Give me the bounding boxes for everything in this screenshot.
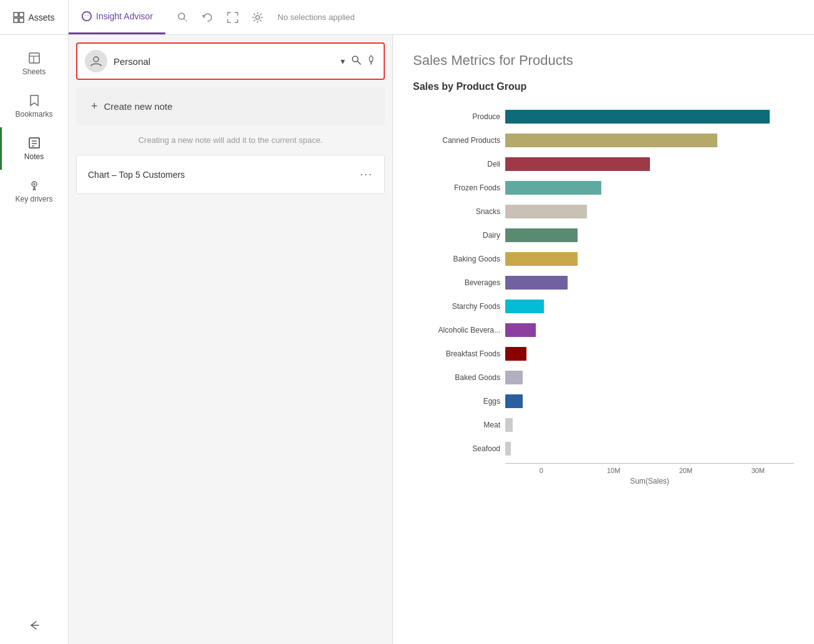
sheets-icon	[27, 51, 41, 65]
bar-row: Frozen Foods	[413, 176, 794, 200]
note-card-menu-button[interactable]: ···	[360, 168, 373, 181]
bar-row: Baking Goods	[413, 247, 794, 271]
settings-tool-btn[interactable]	[248, 7, 268, 27]
bar-fill	[505, 300, 544, 313]
x-tick: 10M	[578, 465, 650, 474]
svg-line-22	[357, 61, 361, 64]
bar-container	[505, 418, 794, 432]
svg-rect-1	[19, 12, 24, 17]
svg-rect-12	[29, 138, 39, 148]
collapse-button[interactable]	[29, 620, 40, 634]
refresh-tool-btn[interactable]	[198, 7, 218, 27]
avatar	[85, 50, 107, 72]
key-drivers-label: Key drivers	[15, 195, 52, 203]
bar-container	[505, 347, 794, 361]
bar-label: Beverages	[413, 278, 500, 287]
bar-fill	[505, 418, 513, 432]
bar-row: Snacks	[413, 200, 794, 223]
search-button[interactable]	[351, 55, 361, 67]
bar-container	[505, 252, 794, 266]
svg-point-5	[85, 14, 88, 17]
note-card[interactable]: Chart – Top 5 Customers ···	[76, 155, 385, 194]
x-tick: 0	[505, 465, 578, 474]
bar-row: Breakfast Foods	[413, 342, 794, 366]
sheets-label: Sheets	[22, 67, 46, 76]
toolbar-tools	[165, 7, 275, 27]
bar-fill	[505, 181, 601, 195]
search-tool-btn[interactable]	[173, 7, 193, 27]
bar-fill	[505, 252, 578, 266]
chart-main-title: Sales Metrics for Products	[413, 52, 794, 69]
pin-button[interactable]	[366, 55, 376, 67]
bar-fill	[505, 323, 536, 337]
create-note-info: Creating a new note will add it to the c…	[69, 133, 392, 155]
bar-label: Alcoholic Bevera...	[413, 326, 500, 334]
bar-container	[505, 157, 794, 171]
bar-container	[505, 394, 794, 408]
chevron-down-icon: ▾	[341, 56, 345, 66]
bookmarks-icon	[27, 94, 41, 107]
bookmarks-label: Bookmarks	[15, 110, 52, 119]
key-drivers-icon	[27, 178, 41, 192]
bar-container	[505, 300, 794, 313]
bar-label: Produce	[413, 112, 500, 121]
bar-row: Baked Goods	[413, 366, 794, 389]
bar-fill	[505, 228, 578, 242]
bar-label: Seafood	[413, 444, 500, 453]
bar-row: Seafood	[413, 437, 794, 461]
personal-actions	[351, 55, 376, 67]
bar-container	[505, 181, 794, 195]
bar-container	[505, 110, 794, 124]
collapse-icon	[29, 620, 40, 631]
bar-chart: ProduceCanned ProductsDeliFrozen FoodsSn…	[413, 105, 794, 461]
bar-fill	[505, 110, 770, 124]
bar-row: Beverages	[413, 271, 794, 295]
sidebar-item-bookmarks[interactable]: Bookmarks	[0, 85, 68, 127]
main-layout: Sheets Bookmarks Notes	[0, 35, 814, 644]
bar-label: Breakfast Foods	[413, 349, 500, 358]
bar-label: Snacks	[413, 207, 500, 216]
insight-advisor-tab[interactable]: Insight Advisor	[69, 0, 165, 34]
svg-point-6	[178, 13, 185, 19]
svg-rect-9	[29, 53, 39, 63]
sidebar-item-sheets[interactable]: Sheets	[0, 42, 68, 85]
bar-label: Frozen Foods	[413, 183, 500, 192]
x-axis-title: Sum(Sales)	[505, 477, 794, 485]
bar-label: Canned Products	[413, 136, 500, 145]
create-note-label: Create new note	[104, 101, 173, 112]
chart-subtitle: Sales by Product Group	[413, 81, 794, 92]
bar-fill	[505, 157, 650, 171]
bar-fill	[505, 134, 717, 147]
no-selection-text: No selections applied	[278, 12, 355, 22]
bar-row: Deli	[413, 152, 794, 176]
bar-row: Dairy	[413, 223, 794, 247]
bar-row: Starchy Foods	[413, 295, 794, 318]
bar-row: Eggs	[413, 389, 794, 413]
sidebar-item-key-drivers[interactable]: Key drivers	[0, 170, 68, 212]
middle-panel: Personal ▾ + Create new note Creating a …	[69, 35, 393, 644]
personal-header[interactable]: Personal ▾	[76, 42, 385, 80]
bar-label: Deli	[413, 160, 500, 168]
assets-button[interactable]: Assets	[0, 0, 69, 34]
bar-row: Alcoholic Bevera...	[413, 318, 794, 342]
create-note-button[interactable]: + Create new note	[76, 87, 385, 125]
bar-label: Dairy	[413, 231, 500, 240]
bar-label: Meat	[413, 421, 500, 429]
note-card-title: Chart – Top 5 Customers	[88, 170, 185, 180]
insight-icon	[81, 11, 92, 22]
bar-container	[505, 134, 794, 147]
notes-icon	[27, 136, 41, 150]
top-bar: Assets Insight Advisor No selections app…	[0, 0, 814, 35]
right-panel: Sales Metrics for Products Sales by Prod…	[393, 35, 814, 644]
sidebar-item-notes[interactable]: Notes	[0, 127, 68, 170]
expand-tool-btn[interactable]	[223, 7, 243, 27]
bar-container	[505, 205, 794, 218]
bar-fill	[505, 442, 511, 456]
bar-fill	[505, 205, 587, 218]
svg-rect-2	[14, 18, 18, 22]
x-axis: 010M20M30M	[505, 465, 794, 474]
plus-icon: +	[91, 100, 98, 113]
bar-label: Baking Goods	[413, 255, 500, 263]
bar-label: Starchy Foods	[413, 302, 500, 311]
bar-row: Meat	[413, 413, 794, 437]
